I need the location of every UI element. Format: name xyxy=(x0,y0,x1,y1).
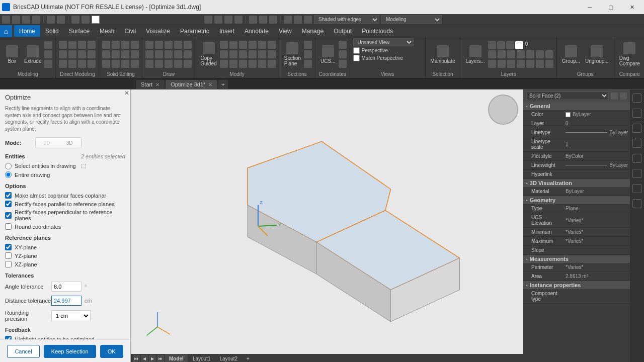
qt-icon-g[interactable] xyxy=(269,16,277,24)
section-measurements[interactable]: Measurements xyxy=(523,255,630,263)
open-icon[interactable] xyxy=(12,16,20,24)
tab-mesh[interactable]: Mesh xyxy=(95,25,119,37)
plane-yz-checkbox[interactable] xyxy=(5,252,12,259)
pick-cursor-icon[interactable]: ⬚ xyxy=(81,162,88,169)
tab-surface[interactable]: Surface xyxy=(64,25,95,37)
undo-icon[interactable] xyxy=(47,16,55,24)
workspace-dropdown[interactable]: Modeling xyxy=(381,15,442,24)
plane-xy-checkbox[interactable] xyxy=(5,244,12,250)
box-button[interactable]: Box xyxy=(3,44,21,65)
extrude-button[interactable]: Extrude xyxy=(22,44,43,65)
rounding-select[interactable]: 1 cm xyxy=(51,310,91,321)
filter-icon[interactable] xyxy=(611,93,618,100)
close-icon[interactable]: ✕ xyxy=(155,82,159,87)
section-instance[interactable]: Instance properties xyxy=(523,281,630,289)
tab-parametric[interactable]: Parametric xyxy=(175,25,214,37)
toggle-icon[interactable] xyxy=(620,93,627,100)
properties-selector[interactable]: Solid Face (2) xyxy=(526,92,609,100)
qt-icon-d[interactable] xyxy=(234,16,243,24)
select-in-drawing-radio[interactable] xyxy=(5,163,12,169)
prev-layout-button[interactable]: ◀ xyxy=(141,355,148,362)
maximize-button[interactable]: ▢ xyxy=(601,2,621,12)
entire-drawing-radio[interactable] xyxy=(5,171,12,178)
tab-view[interactable]: View xyxy=(274,25,297,37)
tab-output[interactable]: Output xyxy=(329,25,357,37)
layout1-tab[interactable]: Layout1 xyxy=(189,354,215,362)
qt-icon-i[interactable] xyxy=(294,16,302,24)
tab-home[interactable]: Home xyxy=(14,25,40,37)
group-button[interactable]: Group... xyxy=(560,44,582,65)
ucs-button[interactable]: UCS... xyxy=(318,44,337,65)
qt-icon-a[interactable] xyxy=(204,16,212,24)
strip-tool-7-icon[interactable] xyxy=(632,184,641,193)
first-layout-button[interactable]: ⏮ xyxy=(133,355,140,362)
model-tab[interactable]: Model xyxy=(165,354,188,362)
visual-style-dropdown[interactable]: Shaded with edges xyxy=(314,15,379,24)
doc-tab-start[interactable]: Start✕ xyxy=(136,80,165,89)
save-icon[interactable] xyxy=(22,16,30,24)
plane-xz-checkbox[interactable] xyxy=(5,261,12,267)
doc-tab-file[interactable]: Optimize 3d1*✕ xyxy=(166,80,217,89)
saved-view-dropdown[interactable]: Unsaved View xyxy=(353,38,414,46)
tab-visualize[interactable]: Visualize xyxy=(141,25,175,37)
strip-tool-4-icon[interactable] xyxy=(632,139,641,148)
option-parallel-checkbox[interactable] xyxy=(5,201,12,207)
qt-icon-e[interactable] xyxy=(249,16,257,24)
close-button[interactable]: ✕ xyxy=(622,2,642,12)
view-cube[interactable] xyxy=(488,95,518,125)
layout2-tab[interactable]: Layout2 xyxy=(215,354,242,362)
new-tab-button[interactable]: + xyxy=(218,80,227,89)
visual-style-icon[interactable] xyxy=(304,16,312,24)
strip-tool-6-icon[interactable] xyxy=(632,169,641,178)
highlight-checkbox[interactable] xyxy=(5,336,12,339)
mode-3d-button[interactable]: 3D xyxy=(58,138,81,148)
strip-tool-2-icon[interactable] xyxy=(632,109,641,118)
redo-icon[interactable] xyxy=(57,16,65,24)
ok-button[interactable]: OK xyxy=(100,345,123,358)
layers-button[interactable]: Layers... xyxy=(463,44,487,65)
modeling-tool-1[interactable] xyxy=(44,41,52,49)
ungroup-button[interactable]: Ungroup... xyxy=(583,44,611,65)
strip-tool-3-icon[interactable] xyxy=(632,124,641,133)
next-layout-button[interactable]: ▶ xyxy=(149,355,156,362)
tab-solid[interactable]: Solid xyxy=(40,25,64,37)
app-menu-button[interactable]: ⌂ xyxy=(0,25,12,37)
mode-2d-button[interactable]: 2D xyxy=(36,138,58,148)
minimize-button[interactable]: ─ xyxy=(580,2,600,12)
qt-icon-7[interactable] xyxy=(71,16,79,24)
last-layout-button[interactable]: ⏭ xyxy=(157,355,164,362)
viewport-3d[interactable]: Z Y ⏮ ◀ ▶ ⏭ Model Layout1 Layout2 + xyxy=(131,89,523,362)
tab-civil[interactable]: Civil xyxy=(119,25,141,37)
tab-pointclouds[interactable]: Pointclouds xyxy=(357,25,398,37)
modeling-tool-3[interactable] xyxy=(44,60,52,68)
strip-tool-1-icon[interactable] xyxy=(632,94,641,103)
qt-icon-c[interactable] xyxy=(224,16,232,24)
manipulate-button[interactable]: Manipulate xyxy=(429,44,457,65)
modeling-tool-2[interactable] xyxy=(44,50,52,58)
close-icon[interactable]: ✕ xyxy=(208,82,212,87)
qt-icon-f[interactable] xyxy=(259,16,267,24)
panel-close-button[interactable]: ✕ xyxy=(124,89,129,97)
option-perpendicular-checkbox[interactable] xyxy=(5,212,12,219)
option-round-checkbox[interactable] xyxy=(5,223,12,230)
color-swatch-icon[interactable] xyxy=(92,16,100,24)
tab-annotate[interactable]: Annotate xyxy=(239,25,274,37)
strip-tool-8-icon[interactable] xyxy=(632,199,641,208)
dist-tol-input[interactable] xyxy=(51,296,82,306)
new-icon[interactable] xyxy=(2,16,10,24)
qt-icon-b[interactable] xyxy=(214,16,222,24)
print-icon[interactable] xyxy=(32,16,40,24)
add-layout-button[interactable]: + xyxy=(243,354,254,362)
angle-tol-input[interactable] xyxy=(51,282,82,292)
cancel-button[interactable]: Cancel xyxy=(7,345,39,358)
qt-icon-8[interactable] xyxy=(82,16,90,24)
match-perspective-checkbox[interactable] xyxy=(353,55,360,61)
keep-selection-button[interactable]: Keep Selection xyxy=(44,345,96,358)
qt-icon-h[interactable] xyxy=(284,16,292,24)
section-general[interactable]: General xyxy=(523,102,630,110)
section-geometry[interactable]: Geometry xyxy=(523,196,630,204)
section-plane-button[interactable]: Section Plane xyxy=(282,41,303,67)
option-coplanar-checkbox[interactable] xyxy=(5,192,12,199)
strip-tool-5-icon[interactable] xyxy=(632,154,641,163)
dwg-compare-button[interactable]: Dwg Compare xyxy=(617,41,642,67)
